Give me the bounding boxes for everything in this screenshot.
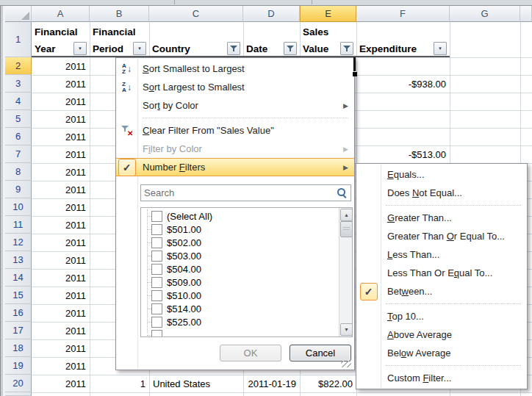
cell-f3[interactable]: -$938.00 [356,75,450,93]
cell-d20[interactable]: 2011-01-19 [243,375,300,392]
cell-a19[interactable]: 2011 [32,357,90,375]
column-header-e[interactable]: E [300,6,356,22]
column-header-d[interactable]: D [243,6,300,22]
cell-a6[interactable]: 2011 [32,128,90,145]
cell-a10[interactable]: 2011 [32,198,90,216]
column-header-c[interactable]: C [149,6,243,22]
filter-value-525-00[interactable]: $525.00 [141,315,339,328]
menu-item-greater-than-or-equal-to[interactable]: Greater Than Or Equal To... [356,227,527,245]
row-header-17[interactable]: 17 [5,322,32,339]
column-header-partial[interactable] [520,6,532,22]
fill-handle[interactable] [353,72,357,76]
menu-item-top-10[interactable]: Top 10... [356,307,527,325]
cell-a8[interactable]: 2011 [32,163,90,181]
cell-a5[interactable]: 2011 [32,110,90,128]
checkbox-icon[interactable] [151,290,162,301]
scroll-up-icon[interactable]: ▲ [340,209,353,221]
cell-f7[interactable]: -$513.00 [356,145,450,163]
filter-value-504-00[interactable]: $504.00 [141,262,339,276]
cell-a7[interactable]: 2011 [32,145,90,163]
scrollbar-thumb[interactable] [340,221,353,237]
column-header-g[interactable]: G [450,6,520,22]
row-header-19[interactable]: 19 [5,357,32,375]
menu-item-less-than[interactable]: Less Than... [356,245,527,264]
cell-a12[interactable]: 2011 [32,234,90,251]
search-input[interactable] [140,184,351,201]
menu-item-does-not-equal[interactable]: Does Not Equal... [356,184,527,202]
filter-value-509-00[interactable]: $509.00 [141,276,339,289]
menu-item-greater-than[interactable]: Greater Than... [356,209,527,227]
resize-grip[interactable] [341,361,351,367]
filter-value-501-00[interactable]: $501.00 [141,223,339,236]
checkbox-icon[interactable] [151,317,162,328]
cell-a3[interactable]: 2011 [32,75,90,93]
checkbox-icon[interactable] [151,303,162,314]
column-header-a[interactable]: A [32,6,90,22]
cell-a20[interactable]: 2011 [32,375,90,392]
col-c-filter-button[interactable] [227,42,240,55]
ok-button[interactable]: OK [220,345,281,361]
row-header-16[interactable]: 16 [5,304,32,322]
cell-a16[interactable]: 2011 [32,304,90,322]
menu-item-above-average[interactable]: Above Average [356,325,527,344]
filter-value-514-00[interactable]: $514.00 [141,302,339,315]
menu-item-sort-largest-to-smallest[interactable]: ZA↓Sort Largest to Smallest [116,78,354,96]
row-header-7[interactable]: 7 [5,145,32,163]
cell-a15[interactable]: 2011 [32,287,90,304]
checkbox-icon[interactable] [151,224,162,235]
row-header-partial[interactable] [5,392,32,396]
filter-value-partial[interactable] [141,328,339,337]
row-header-10[interactable]: 10 [5,198,32,216]
row-header-13[interactable]: 13 [5,251,32,269]
row-header-20[interactable]: 20 [5,375,32,392]
row-header-1[interactable]: 1 [5,22,32,57]
col-f-dropdown-button[interactable]: ▼ [434,42,447,55]
cell-a9[interactable]: 2011 [32,181,90,198]
cell-a14[interactable]: 2011 [32,269,90,287]
checkbox-icon[interactable] [151,211,162,222]
row-header-2[interactable]: 2 [5,57,32,75]
checkbox-icon[interactable] [151,251,162,262]
checkbox-icon[interactable] [151,237,162,248]
row-header-3[interactable]: 3 [5,75,32,93]
row-header-11[interactable]: 11 [5,216,32,234]
menu-item-filter-by-color[interactable]: Filter by Color▶ [116,140,354,158]
row-header-9[interactable]: 9 [5,181,32,198]
col-d-filter-button[interactable] [284,42,297,55]
cell-c20[interactable]: United States [149,375,243,392]
scrollbar[interactable]: ▲ ▼ [339,208,352,336]
row-header-8[interactable]: 8 [5,163,32,181]
filter-value-502-00[interactable]: $502.00 [141,236,339,249]
checkbox-icon[interactable] [151,264,162,275]
col-a-dropdown-button[interactable]: ▼ [73,42,87,55]
menu-item-custom-filter[interactable]: Custom Filter... [356,369,527,387]
menu-item-clear-filter-from-sales-value[interactable]: ✕Clear Filter From "Sales Value" [116,121,354,140]
select-all-corner[interactable] [5,6,32,22]
row-header-15[interactable]: 15 [5,287,32,304]
row-header-6[interactable]: 6 [5,128,32,145]
menu-item-between[interactable]: ✓Between... [356,282,527,300]
cell-e20[interactable]: $822.00 [300,375,356,392]
menu-item-equals[interactable]: Equals... [356,165,527,184]
cell-a11[interactable]: 2011 [32,216,90,234]
menu-item-below-average[interactable]: Below Average [356,344,527,362]
cancel-button[interactable]: Cancel [290,345,351,361]
row-header-5[interactable]: 5 [5,110,32,128]
cell-a2[interactable]: 2011 [32,57,90,75]
row-header-12[interactable]: 12 [5,234,32,251]
row-header-18[interactable]: 18 [5,339,32,357]
menu-item-sort-by-color[interactable]: Sort by Color▶ [116,96,354,115]
checkbox-icon[interactable] [151,277,162,288]
cell-a4[interactable]: 2011 [32,93,90,110]
scroll-down-icon[interactable]: ▼ [340,323,353,336]
checkbox-icon[interactable] [151,330,162,338]
filter-value-503-00[interactable]: $503.00 [141,249,339,262]
col-b-dropdown-button[interactable]: ▼ [133,42,146,55]
column-header-f[interactable]: F [356,6,450,22]
row-header-14[interactable]: 14 [5,269,32,287]
menu-item-sort-smallest-to-largest[interactable]: AZ↓Sort Smallest to Largest [116,60,354,78]
row-header-4[interactable]: 4 [5,93,32,110]
cell-a17[interactable]: 2011 [32,322,90,339]
col-e-filter-button[interactable] [340,42,353,55]
filter-value-510-00[interactable]: $510.00 [141,289,339,302]
